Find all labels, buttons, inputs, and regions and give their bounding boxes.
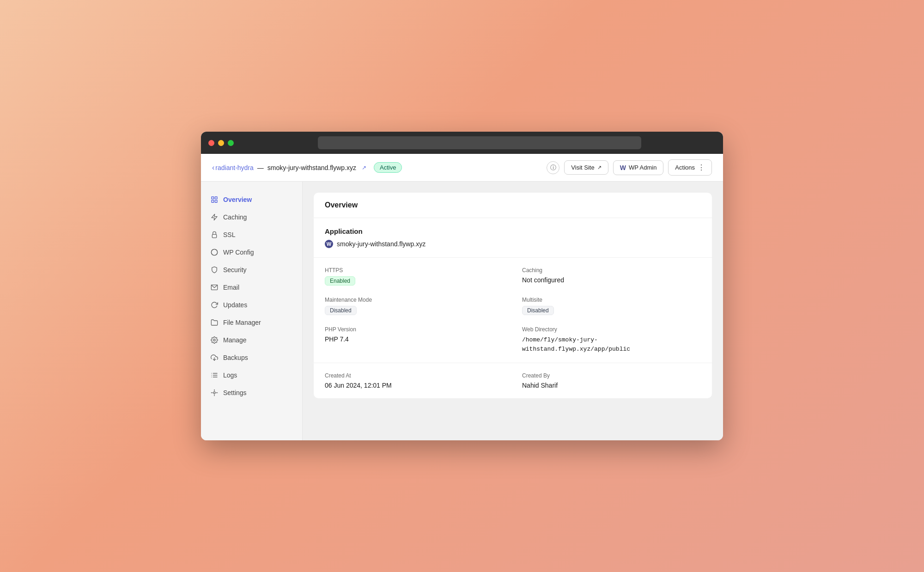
header-separator: — [257, 164, 264, 171]
ssl-icon [210, 231, 219, 239]
wp-config-icon [210, 248, 219, 256]
file-manager-icon [210, 318, 219, 327]
card-header: Overview [314, 193, 712, 218]
created-at-label: Created At [325, 372, 504, 379]
sidebar-label-caching: Caching [223, 213, 247, 221]
back-label: radiant-hydra [215, 164, 254, 171]
https-value: Enabled [325, 276, 504, 286]
app-window: ‹ radiant-hydra — smoky-jury-withstand.f… [201, 132, 723, 440]
close-button[interactable] [208, 140, 214, 146]
maintenance-badge: Disabled [325, 306, 357, 315]
svg-rect-5 [212, 234, 216, 237]
caching-label: Caching [522, 267, 701, 274]
maintenance-item: Maintenance Mode Disabled [325, 297, 504, 315]
sidebar-item-wp-config[interactable]: WP Config [201, 243, 302, 261]
info-icon: ⓘ [550, 164, 556, 172]
info-grid-section: HTTPS Enabled Caching Not configured Mai… [314, 258, 712, 363]
settings-icon [210, 389, 219, 397]
site-domain: smoky-jury-withstand.flywp.xyz [267, 164, 356, 171]
created-grid: Created At 06 Jun 2024, 12:01 PM Created… [325, 372, 701, 389]
maintenance-label: Maintenance Mode [325, 297, 504, 303]
sidebar-item-overview[interactable]: Overview [201, 191, 302, 208]
created-at-value: 06 Jun 2024, 12:01 PM [325, 382, 504, 389]
sidebar-item-updates[interactable]: Updates [201, 296, 302, 314]
security-icon [210, 266, 219, 274]
created-by-label: Created By [522, 372, 701, 379]
external-icon-visit: ↗ [597, 164, 602, 170]
created-section: Created At 06 Jun 2024, 12:01 PM Created… [314, 363, 712, 398]
actions-label: Actions [675, 164, 695, 171]
back-link[interactable]: ‹ radiant-hydra [212, 164, 254, 172]
web-dir-label: Web Directory [522, 326, 701, 333]
traffic-lights [208, 140, 234, 146]
created-at-item: Created At 06 Jun 2024, 12:01 PM [325, 372, 504, 389]
sidebar-item-caching[interactable]: Caching [201, 208, 302, 226]
actions-button[interactable]: Actions ⋮ [668, 159, 712, 176]
info-button[interactable]: ⓘ [547, 161, 559, 174]
multisite-item: Multisite Disabled [522, 297, 701, 315]
sidebar-label-email: Email [223, 284, 239, 291]
php-label: PHP Version [325, 326, 504, 333]
php-value: PHP 7.4 [325, 335, 504, 343]
backups-icon [210, 353, 219, 362]
wordpress-logo: W [325, 240, 333, 248]
web-dir-value: /home/fly/smoky-jury-withstand.flywp.xyz… [522, 335, 701, 353]
header: ‹ radiant-hydra — smoky-jury-withstand.f… [201, 154, 723, 182]
sidebar-label-backups: Backups [223, 354, 248, 361]
wordpress-icon: W [620, 164, 626, 171]
multisite-value: Disabled [522, 306, 701, 315]
sidebar-item-ssl[interactable]: SSL [201, 226, 302, 243]
svg-rect-2 [215, 200, 217, 202]
sidebar-label-overview: Overview [223, 196, 252, 203]
wp-admin-label: WP Admin [629, 164, 657, 171]
sidebar-item-backups[interactable]: Backups [201, 349, 302, 366]
ellipsis-icon: ⋮ [698, 163, 705, 172]
created-by-item: Created By Nahid Sharif [522, 372, 701, 389]
created-by-value: Nahid Sharif [522, 382, 701, 389]
sidebar-item-email[interactable]: Email [201, 279, 302, 296]
logs-icon [210, 371, 219, 379]
main-layout: Overview Caching SSL [201, 182, 723, 440]
web-dir-item: Web Directory /home/fly/smoky-jury-withs… [522, 326, 701, 353]
visit-site-button[interactable]: Visit Site ↗ [564, 160, 608, 175]
maintenance-value: Disabled [325, 306, 504, 315]
wp-admin-button[interactable]: W WP Admin [613, 160, 664, 175]
sidebar-label-wp-config: WP Config [223, 249, 254, 256]
svg-rect-3 [212, 200, 214, 202]
sidebar-item-file-manager[interactable]: File Manager [201, 314, 302, 331]
main-content: Overview Application W smoky-jury-withst… [303, 182, 723, 440]
sidebar-item-settings[interactable]: Settings [201, 384, 302, 402]
url-bar[interactable] [318, 136, 641, 149]
php-item: PHP Version PHP 7.4 [325, 326, 504, 353]
sidebar-item-logs[interactable]: Logs [201, 366, 302, 384]
info-grid: HTTPS Enabled Caching Not configured Mai… [325, 267, 701, 353]
sidebar-item-manage[interactable]: Manage [201, 331, 302, 349]
sidebar-label-file-manager: File Manager [223, 319, 261, 326]
https-badge: Enabled [325, 276, 355, 286]
svg-rect-1 [215, 197, 217, 199]
overview-card: Overview Application W smoky-jury-withst… [314, 193, 712, 398]
updates-icon [210, 301, 219, 309]
email-icon [210, 283, 219, 292]
svg-rect-0 [212, 197, 214, 199]
https-label: HTTPS [325, 267, 504, 274]
maximize-button[interactable] [228, 140, 234, 146]
app-domain-value: smoky-jury-withstand.flywp.xyz [337, 240, 426, 248]
application-section: Application W smoky-jury-withstand.flywp… [314, 218, 712, 258]
caching-value: Not configured [522, 276, 701, 284]
application-section-title: Application [325, 227, 701, 235]
caching-item: Caching Not configured [522, 267, 701, 286]
sidebar-label-security: Security [223, 266, 247, 274]
visit-site-label: Visit Site [571, 164, 594, 171]
sidebar-item-security[interactable]: Security [201, 261, 302, 279]
svg-point-8 [213, 339, 215, 341]
sidebar-label-logs: Logs [223, 371, 237, 379]
multisite-badge: Disabled [522, 306, 554, 315]
sidebar-label-updates: Updates [223, 301, 247, 309]
status-badge: Active [374, 162, 402, 173]
external-link-icon[interactable]: ↗ [362, 164, 366, 171]
manage-icon [210, 336, 219, 344]
app-domain: W smoky-jury-withstand.flywp.xyz [325, 240, 701, 248]
sidebar-label-manage: Manage [223, 336, 247, 344]
minimize-button[interactable] [218, 140, 224, 146]
